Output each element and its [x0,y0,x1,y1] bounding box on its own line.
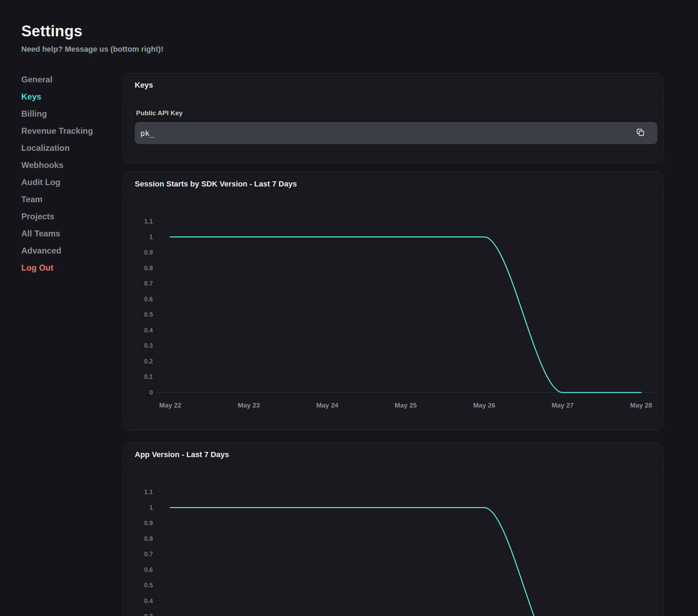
series-line [170,508,641,616]
copy-api-key-button[interactable] [634,127,647,139]
y-tick-label: 0.9 [144,520,153,527]
chart-card-session-starts-header: Session Starts by SDK Version - Last 7 D… [124,172,663,196]
sidebar-item-webhooks[interactable]: Webhooks [21,156,109,174]
y-tick-label: 0.8 [144,265,153,272]
chart-card-session-starts: Session Starts by SDK Version - Last 7 D… [123,172,663,431]
y-tick-label: 0.3 [144,342,153,349]
y-tick-label: 0.4 [144,597,153,604]
public-api-key-label: Public API Key [136,109,183,117]
chart-session-starts: 1.110.90.80.70.60.50.40.30.20.10May 22Ma… [124,196,663,431]
sidebar-item-team[interactable]: Team [21,191,109,208]
y-tick-label: 0.4 [144,327,153,334]
y-tick-label: 1.1 [144,218,153,225]
x-tick-label: May 28 [630,402,652,409]
sidebar-item-advanced[interactable]: Advanced [21,242,109,259]
y-tick-label: 0.2 [144,358,153,365]
y-tick-label: 0.5 [144,311,153,318]
x-tick-label: May 25 [395,402,417,409]
chart-svg: 1.110.90.80.70.60.50.40.30.20.10May 22Ma… [124,196,663,431]
page-subtitle: Need help? Message us (bottom right)! [21,45,163,54]
y-tick-label: 1 [149,234,153,241]
keys-card-header: Keys [124,74,663,97]
y-tick-label: 0.6 [144,296,153,303]
sidebar-item-revenue-tracking[interactable]: Revenue Tracking [21,122,109,139]
y-tick-label: 0.3 [144,613,153,616]
x-tick-label: May 24 [316,402,339,409]
y-tick-label: 0.5 [144,582,153,589]
public-api-key-value: pk_ [140,129,154,138]
y-tick-label: 1.1 [144,489,153,496]
y-tick-label: 0.9 [144,249,153,256]
chart-card-app-version-header: App Version - Last 7 Days [124,443,663,467]
page-header: Settings Need help? Message us (bottom r… [21,22,163,54]
page-title: Settings [21,22,163,40]
y-tick-label: 0.7 [144,280,153,287]
x-tick-label: May 26 [473,402,495,409]
keys-card: Keys Public API Key pk_ [123,73,663,163]
y-tick-label: 0 [149,389,153,396]
sidebar: GeneralKeysBillingRevenue TrackingLocali… [21,71,109,276]
sidebar-item-general[interactable]: General [21,71,109,88]
y-tick-label: 0.6 [144,566,153,573]
sidebar-item-keys[interactable]: Keys [21,88,109,105]
y-tick-label: 0.8 [144,535,153,542]
keys-card-title: Keys [135,81,153,90]
sidebar-item-log-out[interactable]: Log Out [21,259,109,276]
chart-card-app-version: App Version - Last 7 Days 1.110.90.80.70… [123,442,663,616]
sidebar-item-projects[interactable]: Projects [21,208,109,225]
chart-title-session-starts: Session Starts by SDK Version - Last 7 D… [135,179,297,189]
chart-app-version: 1.110.90.80.70.60.50.40.30.20.10May 22Ma… [124,467,663,616]
sidebar-item-billing[interactable]: Billing [21,105,109,122]
x-tick-label: May 27 [551,402,573,409]
copy-icon [636,128,645,138]
settings-page: Settings Need help? Message us (bottom r… [0,0,698,616]
x-tick-label: May 22 [159,402,181,409]
x-tick-label: May 23 [238,402,260,409]
sidebar-item-audit-log[interactable]: Audit Log [21,174,109,191]
sidebar-item-localization[interactable]: Localization [21,139,109,156]
sidebar-item-all-teams[interactable]: All Teams [21,225,109,242]
chart-title-app-version: App Version - Last 7 Days [135,450,229,459]
y-tick-label: 1 [149,504,153,511]
chart-svg: 1.110.90.80.70.60.50.40.30.20.10May 22Ma… [124,467,663,616]
public-api-key-field[interactable]: pk_ [135,122,658,144]
y-tick-label: 0.1 [144,373,153,380]
y-tick-label: 0.7 [144,551,153,558]
